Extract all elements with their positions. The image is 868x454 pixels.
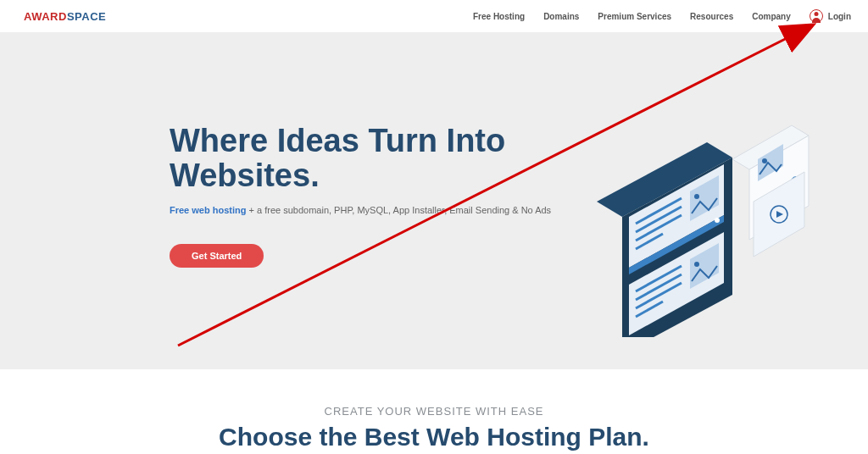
plan-section: CREATE YOUR WEBSITE WITH EASE Choose the… bbox=[0, 369, 868, 451]
hero-headline: Where Ideas Turn Into Websites. bbox=[170, 124, 576, 193]
login-link[interactable]: Login bbox=[810, 9, 851, 23]
logo-part1: AWARD bbox=[24, 10, 67, 23]
hero-section: Where Ideas Turn Into Websites. Free web… bbox=[0, 32, 868, 369]
user-icon bbox=[810, 9, 823, 23]
svg-point-26 bbox=[694, 262, 699, 267]
logo[interactable]: AWARDSPACE bbox=[24, 10, 106, 23]
nav-free-hosting[interactable]: Free Hosting bbox=[473, 12, 525, 21]
nav-premium-services[interactable]: Premium Services bbox=[598, 12, 671, 21]
logo-part2: SPACE bbox=[67, 10, 106, 23]
get-started-button[interactable]: Get Started bbox=[170, 244, 264, 268]
hero-illustration bbox=[563, 117, 817, 337]
nav-resources[interactable]: Resources bbox=[690, 12, 733, 21]
hero-sub-link[interactable]: Free web hosting bbox=[170, 205, 246, 215]
svg-point-19 bbox=[715, 218, 720, 223]
top-nav: AWARDSPACE Free Hosting Domains Premium … bbox=[0, 0, 868, 32]
login-label[interactable]: Login bbox=[828, 12, 851, 21]
nav-company[interactable]: Company bbox=[752, 12, 791, 21]
svg-point-3 bbox=[762, 158, 767, 163]
nav-links: Free Hosting Domains Premium Services Re… bbox=[473, 9, 851, 23]
hero-sub-rest: + a free subdomain, PHP, MySQL, App Inst… bbox=[246, 205, 551, 215]
svg-point-17 bbox=[694, 194, 699, 199]
plan-eyebrow: CREATE YOUR WEBSITE WITH EASE bbox=[0, 405, 868, 418]
nav-domains[interactable]: Domains bbox=[543, 12, 579, 21]
plan-headline: Choose the Best Web Hosting Plan. bbox=[0, 423, 868, 451]
